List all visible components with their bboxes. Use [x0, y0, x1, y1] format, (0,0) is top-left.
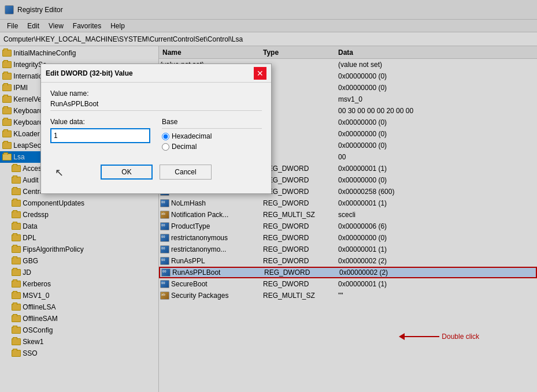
- value-data-input[interactable]: [50, 128, 150, 143]
- hex-label: Hexadecimal: [172, 132, 212, 140]
- edit-dword-dialog: Edit DWORD (32-bit) Value ✕ Value name: …: [40, 64, 272, 194]
- dialog-data-row: Value data: Base Hexadecimal Decimal: [50, 118, 262, 153]
- dialog-buttons: OK Cancel: [50, 160, 262, 186]
- ok-button[interactable]: OK: [101, 165, 153, 180]
- value-name-display: RunAsPPLBoot: [50, 100, 262, 111]
- dialog-close-button[interactable]: ✕: [254, 67, 266, 80]
- dialog-title-bar: Edit DWORD (32-bit) Value ✕: [41, 64, 271, 83]
- base-label: Base: [162, 118, 262, 129]
- modal-overlay: ↖ Edit DWORD (32-bit) Value ✕ Value name…: [0, 0, 537, 392]
- hex-radio-row: Hexadecimal: [162, 132, 262, 140]
- dialog-body: Value name: RunAsPPLBoot Value data: Bas…: [41, 83, 271, 193]
- value-data-label: Value data:: [50, 118, 150, 126]
- value-data-group: Value data:: [50, 118, 150, 153]
- decimal-radio-row: Decimal: [162, 143, 262, 151]
- hex-radio[interactable]: [162, 133, 169, 140]
- base-group: Base Hexadecimal Decimal: [162, 118, 262, 153]
- value-name-label: Value name:: [50, 89, 262, 98]
- cancel-button[interactable]: Cancel: [160, 165, 212, 180]
- dialog-title: Edit DWORD (32-bit) Value: [46, 69, 133, 77]
- decimal-radio[interactable]: [162, 143, 169, 151]
- decimal-label: Decimal: [172, 143, 197, 151]
